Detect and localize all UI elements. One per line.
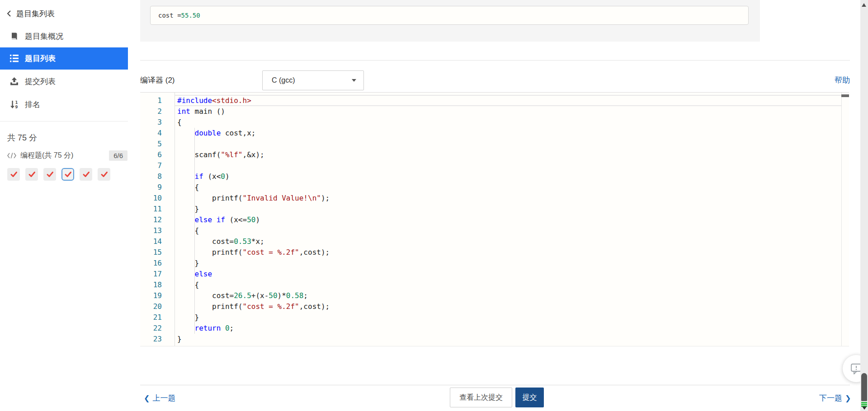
upload-icon [10,77,19,86]
sidebar-item-ranking[interactable]: 1 9 排名 [0,95,128,114]
code-line: int main () [177,106,840,117]
checkmark-icon [64,171,72,178]
problem-checkbox[interactable] [25,168,38,181]
compiler-selected-option: C (gcc) [272,76,295,84]
sidebar-item-submission-list[interactable]: 提交列表 [0,72,128,91]
line-number: 1 [140,95,175,106]
sample-output-value: 55.50 [181,12,200,19]
sidebar-item-label: 题目列表 [25,53,56,64]
scrollbar-down-arrow[interactable] [862,406,867,410]
line-number: 2 [140,106,175,117]
line-number: 13 [140,225,175,236]
line-number: 6 [140,149,175,160]
compiler-label: 编译器 (2) [140,75,175,85]
line-number: 4 [140,128,175,139]
checkmark-icon [82,171,90,178]
line-number: 22 [140,323,175,334]
sidebar-item-label: 提交列表 [25,76,56,87]
code-line: cost=0.53*x; [177,236,840,247]
code-line: printf("cost = %.2f",cost); [177,247,840,258]
code-line: return 0; [177,323,840,334]
line-number: 5 [140,139,175,149]
code-lines: #include<stdio.h>int main (){ double cos… [177,95,840,345]
code-line: } [177,258,840,269]
code-line: } [177,204,840,215]
line-number: 15 [140,247,175,258]
sidebar-item-label: 排名 [25,99,40,110]
problem-checkbox[interactable] [43,168,56,181]
line-number: 10 [140,193,175,204]
next-problem-label: 下一题 [819,393,842,403]
scrollbar-thumb[interactable] [861,373,867,401]
checkmark-icon [28,171,36,178]
line-number: 8 [140,171,175,182]
back-link-label: 题目集列表 [16,9,55,19]
page-scrollbar[interactable] [860,0,868,411]
compiler-select[interactable]: C (gcc) [262,70,364,90]
sidebar: 题目集列表 题目集概况 题目列表 提交列表 [0,0,128,411]
line-number: 17 [140,269,175,280]
help-link[interactable]: 帮助 [835,75,850,85]
prev-problem-label: 上一题 [152,393,175,403]
problem-checkbox-current[interactable] [61,168,74,181]
sample-output-text: cost = [158,12,181,19]
code-line: } [177,334,840,345]
code-line: if (x<0) [177,171,840,182]
gutter-border [175,93,175,346]
svg-text:1: 1 [15,100,18,105]
code-icon [7,153,16,159]
code-line: else if (x<=50) [177,215,840,225]
problem-checkbox[interactable] [80,168,92,181]
line-number: 23 [140,334,175,345]
code-line: else [177,269,840,280]
back-to-problem-sets-link[interactable]: 题目集列表 [6,7,55,20]
scrollbar-marker [861,404,867,405]
scrollbar-up-arrow[interactable] [862,3,866,7]
scrollbar-marker [861,402,867,403]
svg-text:9: 9 [15,105,18,109]
checkmark-icon [100,171,108,178]
editor-scrollbar-track[interactable] [841,93,849,346]
footer-divider [140,385,850,385]
line-number: 11 [140,204,175,215]
list-icon [10,55,19,62]
chevron-right-icon: ❯ [845,394,851,402]
prev-problem-link[interactable]: ❮ 上一题 [144,393,175,403]
line-number: 14 [140,236,175,247]
checkmark-icon [46,171,54,178]
total-score-label: 共 75 分 [7,132,37,143]
line-number: 9 [140,182,175,193]
sample-output-panel: cost = 55.50 [140,0,760,42]
code-line: #include<stdio.h> [177,95,840,106]
problem-checkbox-grid [7,168,110,181]
submit-button[interactable]: 提交 [515,388,544,407]
editor-gutter: 1234567891011121314151617181920212223 [140,95,175,345]
code-line: } [177,312,840,323]
problem-checkbox[interactable] [7,168,20,181]
chevron-down-icon [352,79,356,82]
problem-checkbox[interactable] [98,168,110,181]
programming-section-row: 编程题(共 75 分) 6/6 [7,149,127,161]
code-editor[interactable]: 1234567891011121314151617181920212223 #i… [140,92,849,346]
code-line [177,139,840,149]
sample-output-box: cost = 55.50 [150,6,749,25]
code-line: printf("cost = %.2f",cost); [177,301,840,312]
line-number: 18 [140,280,175,290]
code-line: printf("Invalid Value!\n"); [177,193,840,204]
sort-numeric-icon: 1 9 [10,100,19,109]
editor-overview-cursor-marker [841,94,849,97]
chevron-left-icon [6,10,12,17]
divider-above-compiler [140,60,850,61]
code-line: cost=26.5+(x-50)*0.58; [177,290,840,301]
sidebar-item-problem-set-overview[interactable]: 题目集概况 [0,27,128,46]
sidebar-item-problem-list[interactable]: 题目列表 [0,47,128,70]
chevron-left-icon: ❮ [144,394,150,402]
sidebar-item-label: 题目集概况 [25,31,63,42]
page: 题目集列表 题目集概况 题目列表 提交列表 [0,0,868,411]
next-problem-link[interactable]: 下一题 ❯ [819,393,851,403]
view-last-submission-button[interactable]: 查看上次提交 [450,388,512,407]
code-line: scanf("%lf",&x); [177,149,840,160]
sidebar-divider [0,121,128,121]
line-number: 3 [140,117,175,128]
code-line [177,160,840,171]
